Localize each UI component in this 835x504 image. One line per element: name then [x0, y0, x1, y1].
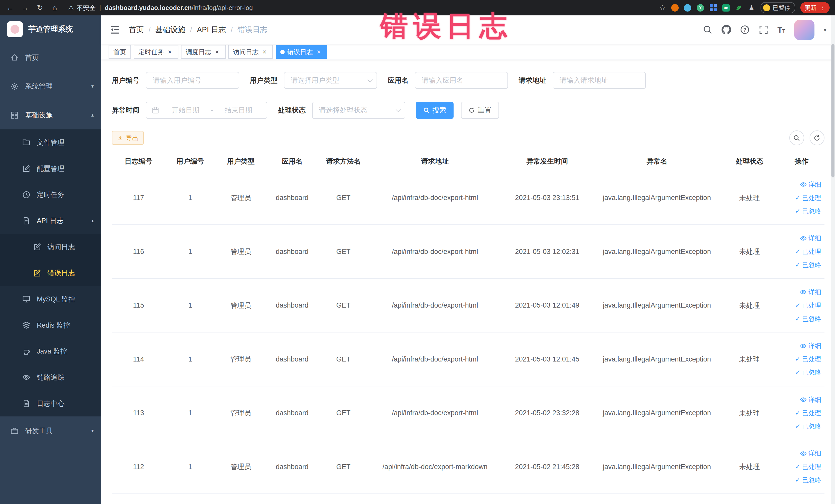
help-icon[interactable]: ?: [740, 25, 750, 35]
app-name-input[interactable]: [415, 72, 508, 89]
sidebar-item-infrastructure[interactable]: 基础设施 ▴: [0, 101, 101, 129]
browser-menu-kebab-icon[interactable]: ⋮: [820, 4, 826, 11]
table-row: 116 1 管理员 dashboard GET /api/infra/db-do…: [112, 225, 824, 279]
scrollbar-thumb[interactable]: [831, 44, 834, 177]
check-icon: ✓: [795, 352, 801, 366]
tab-access-log[interactable]: 访问日志 ×: [228, 45, 273, 59]
calendar-icon: [152, 106, 159, 114]
cell-user-type: 管理员: [215, 386, 266, 440]
detail-link[interactable]: 详细: [781, 393, 821, 406]
extension-icon-2[interactable]: [684, 4, 691, 12]
refresh-button[interactable]: [810, 130, 824, 145]
cell-user-id: 1: [165, 279, 215, 332]
eye-icon: [800, 235, 807, 242]
close-icon[interactable]: ×: [315, 48, 322, 56]
bookmark-star-icon[interactable]: ☆: [659, 3, 666, 12]
back-button[interactable]: ←: [4, 2, 16, 14]
search-toggle-button[interactable]: [789, 130, 804, 145]
close-icon[interactable]: ×: [213, 48, 221, 56]
sidebar-item-scheduled-jobs[interactable]: 定时任务: [0, 182, 101, 208]
user-id-input[interactable]: [146, 72, 239, 89]
sidebar-item-home[interactable]: 首页: [0, 43, 101, 72]
app-logo: 芋道管理系统: [0, 15, 101, 43]
stack-icon: [22, 321, 30, 329]
eye-icon: [800, 288, 807, 296]
extension-icon-3[interactable]: Y: [697, 4, 704, 12]
detail-link[interactable]: 详细: [781, 285, 821, 299]
cell-user-type: 管理员: [215, 440, 266, 494]
close-icon[interactable]: ×: [166, 48, 174, 56]
forward-button[interactable]: →: [19, 2, 31, 14]
sidebar-item-trace[interactable]: 链路追踪: [0, 364, 101, 390]
table-row: 115 1 管理员 dashboard GET /api/infra/db-do…: [112, 279, 824, 332]
eye-icon: [22, 373, 30, 381]
extension-icon-pawn[interactable]: ♟: [748, 4, 755, 12]
date-range-picker[interactable]: 开始日期 - 结束日期: [146, 102, 267, 119]
detail-link[interactable]: 详细: [781, 339, 821, 352]
tab-error-log[interactable]: 错误日志 ×: [276, 45, 327, 59]
extension-icon-1[interactable]: [671, 4, 679, 12]
mark-ignored-link[interactable]: ✓ 已忽略: [781, 366, 821, 379]
close-icon[interactable]: ×: [261, 48, 268, 56]
mark-ignored-link[interactable]: ✓ 已忽略: [781, 258, 821, 271]
mark-processed-link[interactable]: ✓ 已处理: [781, 460, 821, 473]
tab-schedule-log[interactable]: 调度日志 ×: [181, 45, 226, 59]
github-icon[interactable]: [721, 25, 731, 35]
browser-home-button[interactable]: ⌂: [49, 2, 61, 14]
sidebar-item-access-log[interactable]: 访问日志: [0, 234, 101, 260]
detail-link[interactable]: 详细: [781, 447, 821, 460]
chevron-down-icon: [367, 77, 373, 82]
sidebar-item-error-log[interactable]: 错误日志: [0, 260, 101, 286]
mark-ignored-link[interactable]: ✓ 已忽略: [781, 205, 821, 218]
breadcrumb-item-infrastructure[interactable]: 基础设施: [156, 25, 185, 35]
mark-ignored-link[interactable]: ✓ 已忽略: [781, 420, 821, 433]
column-header: 用户编号: [165, 152, 215, 171]
status-select[interactable]: 请选择处理状态: [312, 102, 405, 119]
check-icon: ✓: [795, 299, 801, 312]
mark-ignored-link[interactable]: ✓ 已忽略: [781, 473, 821, 487]
refresh-icon: [468, 107, 475, 114]
fullscreen-icon[interactable]: [759, 25, 768, 35]
reload-button[interactable]: ↻: [34, 2, 46, 14]
search-icon[interactable]: [703, 25, 712, 35]
extension-icon-leaf[interactable]: [735, 4, 742, 12]
mark-processed-link[interactable]: ✓ 已处理: [781, 406, 821, 420]
search-button[interactable]: 搜索: [416, 102, 453, 119]
extension-icon-4[interactable]: [710, 4, 717, 12]
mark-processed-link[interactable]: ✓ 已处理: [781, 191, 821, 205]
tab-home[interactable]: 首页: [108, 45, 131, 59]
sidebar-item-api-logs[interactable]: API 日志 ▴: [0, 208, 101, 234]
mark-processed-link[interactable]: ✓ 已处理: [781, 245, 821, 258]
sidebar-item-system-management[interactable]: 系统管理 ▾: [0, 72, 101, 101]
breadcrumb-item-home[interactable]: 首页: [129, 25, 144, 35]
reset-button-label: 重置: [478, 105, 492, 115]
mark-processed-link[interactable]: ✓ 已处理: [781, 352, 821, 366]
sidebar-item-mysql-monitor[interactable]: MySQL 监控: [0, 286, 101, 312]
export-button[interactable]: 导出: [112, 131, 144, 145]
profile-chip[interactable]: 已暂停: [760, 2, 795, 13]
request-url-input[interactable]: [553, 72, 646, 89]
update-button[interactable]: 更新 ⋮: [800, 2, 830, 13]
sidebar-item-redis-monitor[interactable]: Redis 监控: [0, 312, 101, 338]
extension-icon-on[interactable]: on: [722, 4, 730, 12]
sidebar-item-log-center[interactable]: 日志中心: [0, 390, 101, 417]
sidebar-item-file-management[interactable]: 文件管理: [0, 129, 101, 156]
tab-scheduled-jobs[interactable]: 定时任务 ×: [134, 45, 178, 59]
page-scrollbar[interactable]: [831, 15, 835, 504]
sidebar-item-config-management[interactable]: 配置管理: [0, 156, 101, 182]
user-type-select[interactable]: 请选择用户类型: [284, 72, 377, 89]
address-bar[interactable]: ⚠ 不安全 | dashboard.yudao.iocoder.cn/infra…: [68, 4, 659, 12]
detail-link[interactable]: 详细: [781, 231, 821, 245]
mark-processed-link[interactable]: ✓ 已处理: [781, 299, 821, 312]
detail-link[interactable]: 详细: [781, 178, 821, 191]
sidebar-item-dev-tools[interactable]: 研发工具 ▾: [0, 417, 101, 445]
user-avatar[interactable]: [794, 20, 814, 40]
sidebar-item-java-monitor[interactable]: Java 监控: [0, 338, 101, 364]
breadcrumb-item-api-logs[interactable]: API 日志: [197, 25, 226, 35]
font-size-icon[interactable]: TT: [777, 26, 785, 34]
reset-button[interactable]: 重置: [461, 102, 499, 119]
mark-ignored-link[interactable]: ✓ 已忽略: [781, 312, 821, 326]
cell-status: 未处理: [720, 225, 779, 279]
sidebar-toggle-button[interactable]: [109, 24, 120, 35]
avatar-caret-icon[interactable]: ▾: [823, 26, 826, 33]
